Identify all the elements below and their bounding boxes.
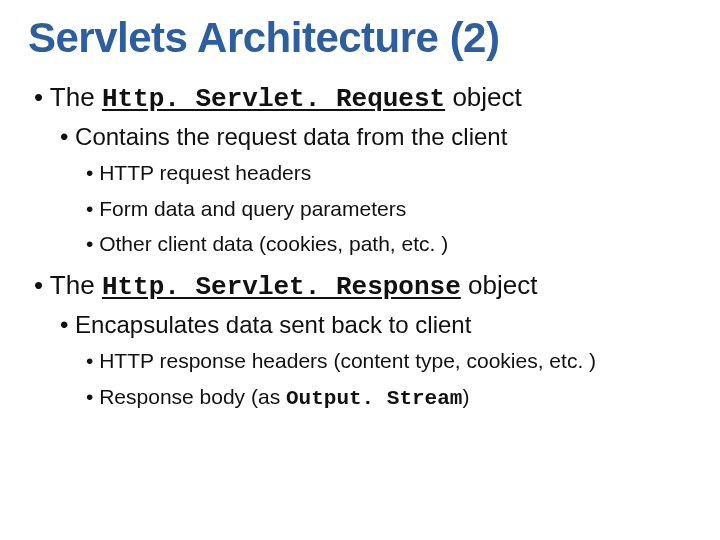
bullet-lvl2: Encapsulates data sent back to client HT… [60, 307, 696, 416]
text-suffix: object [445, 82, 522, 112]
text-prefix: Response body (as [99, 385, 286, 408]
bullet-text: Contains the request data from the clien… [75, 123, 507, 150]
bullet-text: HTTP response headers (content type, coo… [99, 349, 596, 372]
slide-title: Servlets Architecture (2) [28, 14, 696, 62]
bullet-lvl3: Response body (as Output. Stream) [86, 380, 696, 417]
bullet-text: Form data and query parameters [99, 197, 406, 220]
bullet-lvl3: Other client data (cookies, path, etc. ) [86, 227, 696, 262]
text-prefix: The [50, 270, 102, 300]
bullet-list-lvl2: Contains the request data from the clien… [34, 119, 696, 262]
bullet-text: Other client data (cookies, path, etc. ) [99, 232, 448, 255]
text-suffix: object [461, 270, 538, 300]
slide: Servlets Architecture (2) The Http. Serv… [0, 0, 720, 540]
bullet-list-lvl1: The Http. Servlet. Request object Contai… [28, 80, 696, 416]
bullet-lvl3: Form data and query parameters [86, 192, 696, 227]
bullet-lvl2: Contains the request data from the clien… [60, 119, 696, 262]
code-class-response: Http. Servlet. Response [102, 272, 461, 302]
bullet-text: HTTP request headers [99, 161, 311, 184]
bullet-text: Encapsulates data sent back to client [75, 311, 471, 338]
bullet-lvl1: The Http. Servlet. Request object Contai… [34, 80, 696, 262]
code-outputstream: Output. Stream [286, 387, 462, 410]
text-prefix: The [50, 82, 102, 112]
bullet-list-lvl2: Encapsulates data sent back to client HT… [34, 307, 696, 416]
bullet-lvl3: HTTP response headers (content type, coo… [86, 344, 696, 379]
bullet-lvl1: The Http. Servlet. Response object Encap… [34, 268, 696, 416]
bullet-list-lvl3: HTTP request headers Form data and query… [60, 156, 696, 262]
code-class-request: Http. Servlet. Request [102, 84, 445, 114]
bullet-lvl3: HTTP request headers [86, 156, 696, 191]
text-suffix: ) [462, 385, 469, 408]
bullet-list-lvl3: HTTP response headers (content type, coo… [60, 344, 696, 416]
